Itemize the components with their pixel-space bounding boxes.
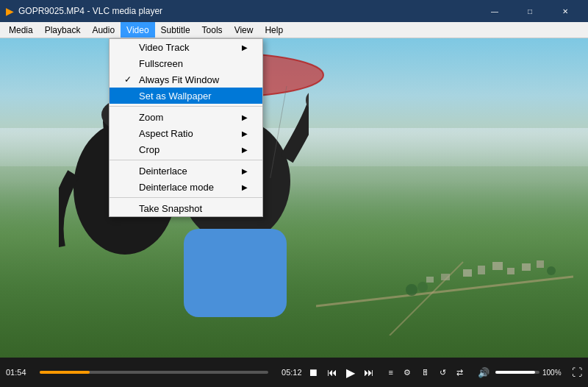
svg-rect-18	[426, 277, 434, 283]
svg-point-20	[406, 284, 417, 296]
menu-subtitle[interactable]: Subtitle	[155, 22, 196, 38]
playlist-button[interactable]: ≡	[386, 366, 396, 378]
minimize-button[interactable]: —	[478, 0, 512, 22]
svg-line-11	[390, 262, 463, 335]
video-area	[0, 38, 588, 358]
svg-rect-6	[184, 229, 287, 317]
svg-rect-12	[463, 269, 472, 277]
menu-help[interactable]: Help	[259, 22, 289, 38]
take-snapshot-label: Take Snapshot	[139, 203, 202, 214]
separator-2	[110, 160, 262, 160]
submenu-arrow: ▶	[242, 43, 248, 52]
menu-playback[interactable]: Playback	[39, 22, 87, 38]
fullscreen-item[interactable]: Fullscreen	[110, 55, 262, 71]
progress-fill	[40, 371, 90, 374]
time-elapsed: 01:54	[6, 368, 32, 377]
extended-button[interactable]: ⚙	[401, 366, 414, 379]
submenu-arrow: ▶	[242, 183, 248, 191]
svg-point-21	[417, 282, 428, 292]
title-bar: ▶ GOPR9025.MP4 - VLC media player — □ ✕	[0, 0, 588, 22]
always-fit-item[interactable]: ✓ Always Fit Window	[110, 71, 262, 88]
svg-rect-15	[507, 268, 514, 274]
town-elements	[316, 203, 573, 335]
svg-rect-14	[492, 262, 503, 270]
close-button[interactable]: ✕	[548, 0, 582, 22]
deinterlace-mode-item[interactable]: Deinterlace mode ▶	[110, 179, 262, 195]
play-pause-button[interactable]: ▶	[343, 364, 358, 381]
aspect-ratio-item[interactable]: Aspect Ratio ▶	[110, 125, 262, 141]
svg-rect-13	[478, 266, 485, 274]
svg-point-22	[547, 266, 556, 275]
bottom-icons: ≡ ⚙ 🎚 ↺ ⇄	[386, 366, 466, 379]
aspect-ratio-label: Aspect Ratio	[139, 128, 193, 139]
crop-label: Crop	[139, 144, 159, 155]
time-total: 05:12	[276, 368, 302, 377]
volume-percent: 100%	[542, 369, 566, 377]
control-bar: 01:54 05:12 ⏹ ⏮ ▶ ⏭ ≡ ⚙ 🎚 ↺ ⇄ 🔊 100% ⛶	[0, 358, 588, 387]
volume-fill	[495, 371, 535, 374]
svg-rect-17	[537, 260, 544, 268]
submenu-arrow: ▶	[242, 113, 248, 121]
submenu-arrow: ▶	[242, 129, 248, 138]
menu-media[interactable]: Media	[3, 22, 39, 38]
volume-bar[interactable]	[495, 371, 539, 374]
menu-audio[interactable]: Audio	[86, 22, 121, 38]
menu-video[interactable]: Video	[121, 22, 154, 38]
svg-rect-19	[441, 274, 450, 280]
take-snapshot-item[interactable]: Take Snapshot	[110, 200, 262, 216]
submenu-arrow: ▶	[242, 146, 248, 154]
stop-button[interactable]: ⏹	[305, 365, 321, 380]
video-dropdown-menu: Video Track ▶ Fullscreen ✓ Always Fit Wi…	[109, 38, 263, 217]
volume-area: 🔊 100%	[475, 366, 566, 380]
window-title: GOPR9025.MP4 - VLC media player	[18, 6, 478, 16]
zoom-item[interactable]: Zoom ▶	[110, 109, 262, 125]
progress-bar[interactable]	[40, 371, 268, 374]
set-wallpaper-item[interactable]: Set as Wallpaper	[110, 88, 262, 104]
set-wallpaper-label: Set as Wallpaper	[139, 90, 212, 102]
effects-button[interactable]: 🎚	[418, 366, 432, 378]
svg-rect-16	[522, 263, 531, 271]
next-button[interactable]: ⏭	[361, 365, 377, 380]
deinterlace-label: Deinterlace	[139, 166, 187, 177]
check-mark: ✓	[124, 74, 136, 85]
deinterlace-item[interactable]: Deinterlace ▶	[110, 163, 262, 179]
menu-bar: Media Playback Audio Video Subtitle Tool…	[0, 22, 588, 38]
maximize-button[interactable]: □	[513, 0, 547, 22]
video-track-label: Video Track	[139, 42, 189, 53]
mute-button[interactable]: 🔊	[475, 366, 492, 380]
vlc-icon: ▶	[6, 5, 14, 17]
always-fit-label: Always Fit Window	[139, 74, 219, 85]
submenu-arrow: ▶	[242, 167, 248, 175]
menu-tools[interactable]: Tools	[196, 22, 229, 38]
deinterlace-mode-label: Deinterlace mode	[139, 182, 214, 193]
window-controls: — □ ✕	[478, 0, 582, 22]
video-track-item[interactable]: Video Track ▶	[110, 39, 262, 55]
prev-button[interactable]: ⏮	[324, 365, 340, 380]
random-button[interactable]: ⇄	[453, 366, 466, 379]
crop-item[interactable]: Crop ▶	[110, 141, 262, 157]
separator-1	[110, 106, 262, 107]
fullscreen-button[interactable]: ⛶	[572, 366, 582, 378]
fullscreen-label: Fullscreen	[139, 58, 183, 69]
separator-3	[110, 197, 262, 198]
zoom-label: Zoom	[139, 112, 163, 123]
loop-button[interactable]: ↺	[437, 366, 449, 379]
menu-view[interactable]: View	[229, 22, 259, 38]
